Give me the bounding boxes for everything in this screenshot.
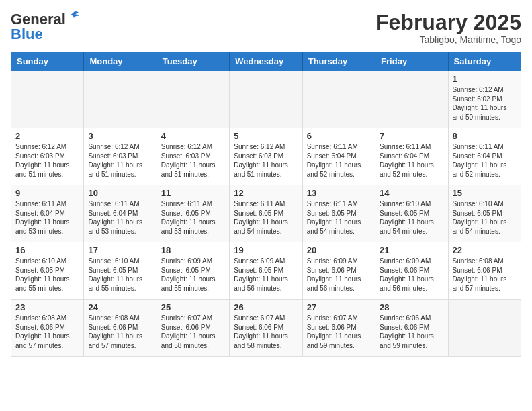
weekday-saturday: Saturday <box>448 52 521 71</box>
day-info: Sunrise: 6:11 AM Sunset: 6:04 PM Dayligh… <box>307 142 371 179</box>
day-number: 26 <box>234 302 298 312</box>
calendar-cell: 18Sunrise: 6:09 AM Sunset: 6:05 PM Dayli… <box>157 242 229 300</box>
calendar-cell: 3Sunrise: 6:12 AM Sunset: 6:03 PM Daylig… <box>84 128 157 185</box>
calendar-cell <box>448 300 521 357</box>
day-info: Sunrise: 6:10 AM Sunset: 6:05 PM Dayligh… <box>88 257 152 293</box>
calendar-cell: 7Sunrise: 6:11 AM Sunset: 6:04 PM Daylig… <box>375 128 448 185</box>
day-info: Sunrise: 6:12 AM Sunset: 6:03 PM Dayligh… <box>161 142 225 179</box>
calendar-cell: 12Sunrise: 6:11 AM Sunset: 6:05 PM Dayli… <box>230 185 302 242</box>
calendar-cell: 28Sunrise: 6:06 AM Sunset: 6:06 PM Dayli… <box>375 300 448 357</box>
weekday-header-row: SundayMondayTuesdayWednesdayThursdayFrid… <box>11 52 521 71</box>
day-info: Sunrise: 6:11 AM Sunset: 6:04 PM Dayligh… <box>380 142 443 179</box>
day-number: 22 <box>453 245 517 255</box>
calendar-cell: 4Sunrise: 6:12 AM Sunset: 6:03 PM Daylig… <box>157 128 229 185</box>
day-number: 19 <box>234 245 298 255</box>
calendar-cell: 20Sunrise: 6:09 AM Sunset: 6:06 PM Dayli… <box>302 242 375 300</box>
calendar-cell: 2Sunrise: 6:12 AM Sunset: 6:03 PM Daylig… <box>11 128 84 185</box>
weekday-tuesday: Tuesday <box>157 52 229 71</box>
day-number: 7 <box>380 131 443 141</box>
day-info: Sunrise: 6:07 AM Sunset: 6:06 PM Dayligh… <box>234 314 298 350</box>
calendar-cell: 22Sunrise: 6:08 AM Sunset: 6:06 PM Dayli… <box>448 242 521 300</box>
day-info: Sunrise: 6:11 AM Sunset: 6:05 PM Dayligh… <box>307 199 371 236</box>
calendar-cell <box>11 71 84 128</box>
calendar-cell: 6Sunrise: 6:11 AM Sunset: 6:04 PM Daylig… <box>302 128 375 185</box>
calendar-cell: 26Sunrise: 6:07 AM Sunset: 6:06 PM Dayli… <box>230 300 302 357</box>
day-info: Sunrise: 6:09 AM Sunset: 6:06 PM Dayligh… <box>307 257 371 293</box>
week-row-5: 23Sunrise: 6:08 AM Sunset: 6:06 PM Dayli… <box>11 300 521 357</box>
day-info: Sunrise: 6:11 AM Sunset: 6:05 PM Dayligh… <box>161 199 225 236</box>
weekday-wednesday: Wednesday <box>230 52 302 71</box>
day-info: Sunrise: 6:11 AM Sunset: 6:04 PM Dayligh… <box>88 199 152 236</box>
calendar-cell: 9Sunrise: 6:11 AM Sunset: 6:04 PM Daylig… <box>11 185 84 242</box>
day-info: Sunrise: 6:10 AM Sunset: 6:05 PM Dayligh… <box>15 257 79 293</box>
day-number: 11 <box>161 188 225 198</box>
logo-bird-icon <box>67 11 81 24</box>
day-number: 1 <box>453 74 517 84</box>
calendar-cell: 13Sunrise: 6:11 AM Sunset: 6:05 PM Dayli… <box>302 185 375 242</box>
calendar-cell: 25Sunrise: 6:07 AM Sunset: 6:06 PM Dayli… <box>157 300 229 357</box>
calendar-cell: 23Sunrise: 6:08 AM Sunset: 6:06 PM Dayli… <box>11 300 84 357</box>
day-info: Sunrise: 6:08 AM Sunset: 6:06 PM Dayligh… <box>88 314 152 350</box>
day-number: 17 <box>88 245 152 255</box>
week-row-3: 9Sunrise: 6:11 AM Sunset: 6:04 PM Daylig… <box>11 185 521 242</box>
title-block: February 2025 Tabligbo, Maritime, Togo <box>375 11 521 45</box>
weekday-monday: Monday <box>84 52 157 71</box>
calendar-cell: 24Sunrise: 6:08 AM Sunset: 6:06 PM Dayli… <box>84 300 157 357</box>
calendar-cell: 15Sunrise: 6:10 AM Sunset: 6:05 PM Dayli… <box>448 185 521 242</box>
day-number: 14 <box>380 188 443 198</box>
calendar-cell: 17Sunrise: 6:10 AM Sunset: 6:05 PM Dayli… <box>84 242 157 300</box>
weekday-sunday: Sunday <box>11 52 84 71</box>
week-row-4: 16Sunrise: 6:10 AM Sunset: 6:05 PM Dayli… <box>11 242 521 300</box>
weekday-thursday: Thursday <box>302 52 375 71</box>
subtitle: Tabligbo, Maritime, Togo <box>375 34 521 45</box>
calendar-cell: 21Sunrise: 6:09 AM Sunset: 6:06 PM Dayli… <box>375 242 448 300</box>
day-info: Sunrise: 6:08 AM Sunset: 6:06 PM Dayligh… <box>453 257 517 293</box>
day-number: 10 <box>88 188 152 198</box>
calendar-cell <box>302 71 375 128</box>
day-number: 15 <box>453 188 517 198</box>
day-number: 13 <box>307 188 371 198</box>
calendar-cell: 8Sunrise: 6:11 AM Sunset: 6:04 PM Daylig… <box>448 128 521 185</box>
calendar-cell: 11Sunrise: 6:11 AM Sunset: 6:05 PM Dayli… <box>157 185 229 242</box>
calendar-table: SundayMondayTuesdayWednesdayThursdayFrid… <box>11 52 521 357</box>
day-number: 2 <box>15 131 79 141</box>
day-number: 27 <box>307 302 371 312</box>
day-number: 3 <box>88 131 152 141</box>
day-number: 23 <box>15 302 79 312</box>
day-info: Sunrise: 6:10 AM Sunset: 6:05 PM Dayligh… <box>453 199 517 236</box>
day-number: 21 <box>380 245 443 255</box>
calendar-cell: 14Sunrise: 6:10 AM Sunset: 6:05 PM Dayli… <box>375 185 448 242</box>
calendar-cell: 16Sunrise: 6:10 AM Sunset: 6:05 PM Dayli… <box>11 242 84 300</box>
day-number: 5 <box>234 131 298 141</box>
day-info: Sunrise: 6:11 AM Sunset: 6:05 PM Dayligh… <box>234 199 298 236</box>
calendar-cell: 5Sunrise: 6:12 AM Sunset: 6:03 PM Daylig… <box>230 128 302 185</box>
day-number: 8 <box>453 131 517 141</box>
day-number: 4 <box>161 131 225 141</box>
day-info: Sunrise: 6:10 AM Sunset: 6:05 PM Dayligh… <box>380 199 443 236</box>
day-info: Sunrise: 6:09 AM Sunset: 6:06 PM Dayligh… <box>380 257 443 293</box>
week-row-2: 2Sunrise: 6:12 AM Sunset: 6:03 PM Daylig… <box>11 128 521 185</box>
day-number: 16 <box>15 245 79 255</box>
calendar-cell: 10Sunrise: 6:11 AM Sunset: 6:04 PM Dayli… <box>84 185 157 242</box>
logo-blue-text: Blue <box>11 26 43 43</box>
day-info: Sunrise: 6:11 AM Sunset: 6:04 PM Dayligh… <box>453 142 517 179</box>
day-info: Sunrise: 6:09 AM Sunset: 6:05 PM Dayligh… <box>161 257 225 293</box>
week-row-1: 1Sunrise: 6:12 AM Sunset: 6:02 PM Daylig… <box>11 71 521 128</box>
page-header: General Blue February 2025 Tabligbo, Mar… <box>11 11 521 45</box>
calendar-cell <box>230 71 302 128</box>
day-info: Sunrise: 6:07 AM Sunset: 6:06 PM Dayligh… <box>161 314 225 350</box>
calendar-cell <box>157 71 229 128</box>
day-info: Sunrise: 6:12 AM Sunset: 6:03 PM Dayligh… <box>88 142 152 179</box>
day-number: 24 <box>88 302 152 312</box>
calendar-cell: 27Sunrise: 6:07 AM Sunset: 6:06 PM Dayli… <box>302 300 375 357</box>
calendar-cell: 19Sunrise: 6:09 AM Sunset: 6:05 PM Dayli… <box>230 242 302 300</box>
day-number: 9 <box>15 188 79 198</box>
day-info: Sunrise: 6:12 AM Sunset: 6:02 PM Dayligh… <box>453 85 517 122</box>
day-info: Sunrise: 6:07 AM Sunset: 6:06 PM Dayligh… <box>307 314 371 350</box>
day-info: Sunrise: 6:12 AM Sunset: 6:03 PM Dayligh… <box>234 142 298 179</box>
calendar-cell: 1Sunrise: 6:12 AM Sunset: 6:02 PM Daylig… <box>448 71 521 128</box>
calendar-cell <box>84 71 157 128</box>
day-info: Sunrise: 6:11 AM Sunset: 6:04 PM Dayligh… <box>15 199 79 236</box>
main-title: February 2025 <box>375 11 521 34</box>
day-info: Sunrise: 6:08 AM Sunset: 6:06 PM Dayligh… <box>15 314 79 350</box>
